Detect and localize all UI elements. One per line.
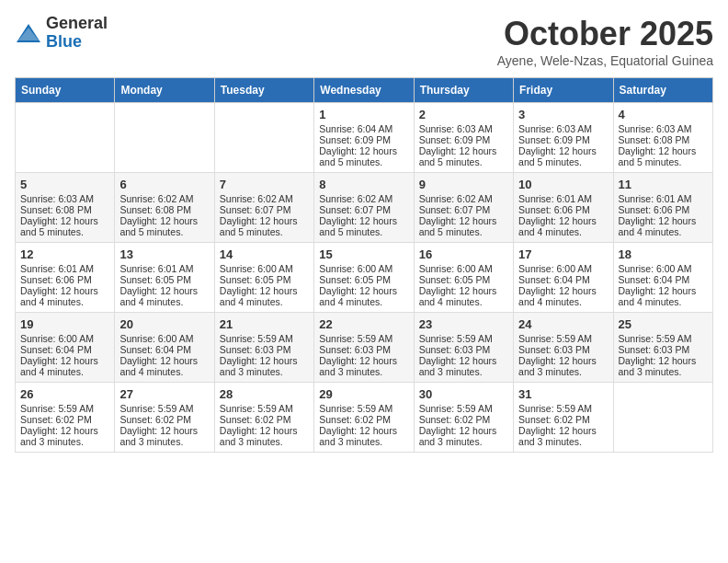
calendar-cell: 27Sunrise: 5:59 AMSunset: 6:02 PMDayligh… — [115, 383, 214, 453]
day-info-line: and 3 minutes. — [419, 366, 508, 377]
day-info-line: Sunrise: 5:59 AM — [419, 333, 508, 344]
weekday-header-saturday: Saturday — [613, 78, 712, 103]
day-number: 14 — [220, 247, 309, 261]
day-number: 12 — [20, 247, 109, 261]
day-number: 20 — [119, 317, 209, 331]
day-number: 16 — [419, 247, 508, 261]
day-info-line: and 5 minutes. — [518, 156, 608, 167]
day-number: 28 — [220, 387, 309, 401]
title-section: October 2025 Ayene, Wele-Nzas, Equatoria… — [497, 15, 713, 68]
day-info-line: Sunset: 6:08 PM — [119, 204, 209, 215]
calendar-cell: 29Sunrise: 5:59 AMSunset: 6:02 PMDayligh… — [314, 383, 414, 453]
day-info-line: and 3 minutes. — [619, 366, 708, 377]
day-info-line: Daylight: 12 hours — [619, 145, 708, 156]
day-number: 13 — [119, 247, 209, 261]
calendar-cell: 8Sunrise: 6:02 AMSunset: 6:07 PMDaylight… — [314, 173, 414, 243]
day-info-line: Daylight: 12 hours — [419, 355, 508, 366]
day-number: 15 — [319, 247, 408, 261]
calendar-cell: 3Sunrise: 6:03 AMSunset: 6:09 PMDaylight… — [514, 103, 613, 173]
calendar-cell: 18Sunrise: 6:00 AMSunset: 6:04 PMDayligh… — [613, 243, 712, 313]
weekday-header-row: SundayMondayTuesdayWednesdayThursdayFrid… — [16, 78, 713, 103]
day-info-line: Sunrise: 6:01 AM — [619, 193, 708, 204]
calendar-cell: 1Sunrise: 6:04 AMSunset: 6:09 PMDaylight… — [314, 103, 414, 173]
location-subtitle: Ayene, Wele-Nzas, Equatorial Guinea — [497, 53, 713, 68]
calendar-cell: 6Sunrise: 6:02 AMSunset: 6:08 PMDaylight… — [115, 173, 214, 243]
month-title: October 2025 — [497, 15, 713, 53]
calendar-week-2: 12Sunrise: 6:01 AMSunset: 6:06 PMDayligh… — [16, 243, 713, 313]
day-number: 18 — [619, 247, 708, 261]
day-info-line: Daylight: 12 hours — [518, 215, 608, 226]
day-info-line: and 4 minutes. — [419, 296, 508, 307]
day-info-line: Sunrise: 5:59 AM — [220, 333, 309, 344]
day-info-line: Daylight: 12 hours — [319, 425, 408, 436]
day-info-line: Sunset: 6:07 PM — [419, 204, 508, 215]
calendar-body: 1Sunrise: 6:04 AMSunset: 6:09 PMDaylight… — [16, 103, 713, 453]
day-info-line: Sunrise: 5:59 AM — [419, 403, 508, 414]
day-info-line: Sunrise: 5:59 AM — [518, 403, 608, 414]
logo-icon — [15, 22, 42, 44]
day-info-line: and 3 minutes. — [20, 436, 109, 447]
day-info-line: Sunset: 6:05 PM — [319, 274, 408, 285]
calendar-cell: 2Sunrise: 6:03 AMSunset: 6:09 PMDaylight… — [414, 103, 513, 173]
day-info-line: and 3 minutes. — [319, 436, 408, 447]
day-number: 29 — [319, 387, 408, 401]
day-info-line: Sunrise: 6:02 AM — [319, 193, 408, 204]
day-info-line: Daylight: 12 hours — [319, 145, 408, 156]
day-info-line: Sunset: 6:02 PM — [119, 414, 209, 425]
calendar-cell — [115, 103, 214, 173]
day-info-line: and 3 minutes. — [518, 366, 608, 377]
day-info-line: and 4 minutes. — [319, 296, 408, 307]
calendar-cell: 16Sunrise: 6:00 AMSunset: 6:05 PMDayligh… — [414, 243, 513, 313]
day-info-line: Sunset: 6:07 PM — [319, 204, 408, 215]
calendar-cell: 12Sunrise: 6:01 AMSunset: 6:06 PMDayligh… — [16, 243, 115, 313]
day-info-line: Daylight: 12 hours — [220, 355, 309, 366]
day-info-line: Daylight: 12 hours — [20, 285, 109, 296]
calendar-cell: 10Sunrise: 6:01 AMSunset: 6:06 PMDayligh… — [514, 173, 613, 243]
day-info-line: Sunrise: 5:59 AM — [319, 333, 408, 344]
calendar-cell: 4Sunrise: 6:03 AMSunset: 6:08 PMDaylight… — [613, 103, 712, 173]
calendar-cell: 9Sunrise: 6:02 AMSunset: 6:07 PMDaylight… — [414, 173, 513, 243]
day-info-line: Sunrise: 6:00 AM — [619, 263, 708, 274]
calendar-cell — [214, 103, 313, 173]
day-info-line: Sunset: 6:03 PM — [220, 344, 309, 355]
day-info-line: Sunrise: 6:04 AM — [319, 123, 408, 134]
day-info-line: Sunrise: 6:03 AM — [619, 123, 708, 134]
calendar-cell: 20Sunrise: 6:00 AMSunset: 6:04 PMDayligh… — [115, 313, 214, 383]
day-info-line: Sunset: 6:06 PM — [619, 204, 708, 215]
calendar-cell — [16, 103, 115, 173]
day-info-line: Daylight: 12 hours — [119, 355, 209, 366]
weekday-header-monday: Monday — [115, 78, 214, 103]
day-info-line: Sunrise: 6:02 AM — [419, 193, 508, 204]
day-info-line: Sunrise: 5:59 AM — [20, 403, 109, 414]
day-info-line: Sunset: 6:03 PM — [619, 344, 708, 355]
day-info-line: Sunset: 6:06 PM — [20, 274, 109, 285]
calendar-cell: 23Sunrise: 5:59 AMSunset: 6:03 PMDayligh… — [414, 313, 513, 383]
day-info-line: Sunrise: 6:00 AM — [220, 263, 309, 274]
logo: General Blue — [15, 15, 108, 52]
day-number: 30 — [419, 387, 508, 401]
day-info-line: Daylight: 12 hours — [20, 215, 109, 226]
day-info-line: Sunset: 6:08 PM — [619, 134, 708, 145]
day-info-line: Sunset: 6:08 PM — [20, 204, 109, 215]
day-info-line: Sunset: 6:09 PM — [518, 134, 608, 145]
day-info-line: Daylight: 12 hours — [119, 215, 209, 226]
day-info-line: Daylight: 12 hours — [319, 355, 408, 366]
day-info-line: Sunset: 6:04 PM — [119, 344, 209, 355]
calendar-week-3: 19Sunrise: 6:00 AMSunset: 6:04 PMDayligh… — [16, 313, 713, 383]
day-number: 26 — [20, 387, 109, 401]
day-number: 3 — [518, 108, 608, 121]
day-info-line: Sunset: 6:03 PM — [319, 344, 408, 355]
calendar-cell: 13Sunrise: 6:01 AMSunset: 6:05 PMDayligh… — [115, 243, 214, 313]
calendar-cell: 7Sunrise: 6:02 AMSunset: 6:07 PMDaylight… — [214, 173, 313, 243]
day-info-line: Sunset: 6:02 PM — [319, 414, 408, 425]
day-info-line: Daylight: 12 hours — [518, 285, 608, 296]
day-info-line: Sunrise: 5:59 AM — [119, 403, 209, 414]
day-info-line: Sunrise: 6:01 AM — [119, 263, 209, 274]
day-number: 5 — [20, 178, 109, 191]
day-info-line: Daylight: 12 hours — [319, 215, 408, 226]
day-info-line: Daylight: 12 hours — [518, 355, 608, 366]
day-info-line: Daylight: 12 hours — [220, 215, 309, 226]
day-info-line: Sunset: 6:05 PM — [119, 274, 209, 285]
day-info-line: Sunrise: 6:02 AM — [220, 193, 309, 204]
day-number: 23 — [419, 317, 508, 331]
